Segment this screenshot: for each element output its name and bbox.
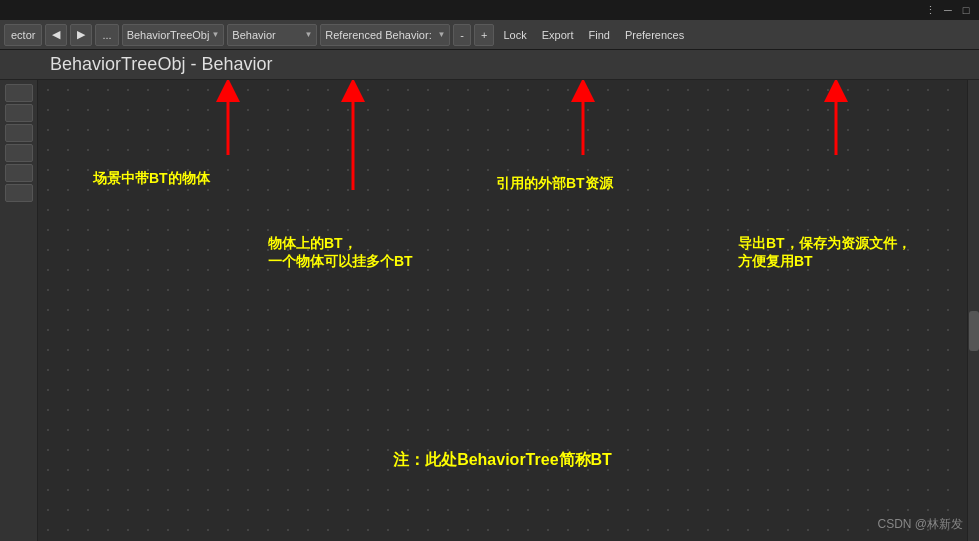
ellipsis-button[interactable]: ... <box>95 24 118 46</box>
right-scrollbar[interactable] <box>967 80 979 541</box>
more-icon[interactable]: ⋮ <box>923 3 937 17</box>
scene-objects-annotation: 场景中带BT的物体 <box>93 170 210 188</box>
object-dropdown-arrow: ▼ <box>211 30 219 39</box>
object-dropdown[interactable]: BehaviorTreeObj ▼ <box>122 24 225 46</box>
selector-button[interactable]: ector <box>4 24 42 46</box>
canvas-area[interactable]: 场景中带BT的物体 物体上的BT， 一个物体可以挂多个BT 引用的外部BT资源 <box>38 80 967 541</box>
watermark: CSDN @林新发 <box>877 516 963 533</box>
referenced-dropdown[interactable]: Referenced Behavior: ▼ <box>320 24 450 46</box>
lock-button[interactable]: Lock <box>497 24 532 46</box>
preferences-button[interactable]: Preferences <box>619 24 690 46</box>
next-button[interactable]: ▶ <box>70 24 92 46</box>
export-arrow <box>821 80 851 160</box>
bt-on-object-annotation: 物体上的BT， 一个物体可以挂多个BT <box>268 235 413 271</box>
right-scroll-thumb[interactable] <box>969 311 979 351</box>
behavior-dropdown[interactable]: Behavior ▼ <box>227 24 317 46</box>
external-bt-annotation: 引用的外部BT资源 <box>496 175 613 193</box>
sidebar-item[interactable] <box>5 144 33 162</box>
sidebar-item[interactable] <box>5 124 33 142</box>
export-bt-annotation: 导出BT，保存为资源文件， 方便复用BT <box>738 235 911 271</box>
behavior-arrow <box>338 80 368 195</box>
page-title-bar: BehaviorTreeObj - Behavior <box>0 50 979 80</box>
maximize-icon[interactable]: □ <box>959 3 973 17</box>
sidebar-item[interactable] <box>5 104 33 122</box>
sidebar-items <box>0 84 37 202</box>
left-sidebar <box>0 80 38 541</box>
page-title: BehaviorTreeObj - Behavior <box>50 54 272 75</box>
sidebar-item[interactable] <box>5 184 33 202</box>
sidebar-item[interactable] <box>5 164 33 182</box>
export-button[interactable]: Export <box>536 24 580 46</box>
referenced-dropdown-arrow: ▼ <box>437 30 445 39</box>
toolbar: ector ◀ ▶ ... BehaviorTreeObj ▼ Behavior… <box>0 20 979 50</box>
center-note: 注：此处BehaviorTree简称BT <box>393 450 612 471</box>
find-button[interactable]: Find <box>582 24 615 46</box>
prev-button[interactable]: ◀ <box>45 24 67 46</box>
scene-objects-arrow <box>213 80 243 160</box>
plus-button[interactable]: + <box>474 24 494 46</box>
title-bar: ⋮ ─ □ <box>0 0 979 20</box>
external-bt-arrow <box>568 80 598 160</box>
minimize-icon[interactable]: ─ <box>941 3 955 17</box>
minus-button[interactable]: - <box>453 24 471 46</box>
behavior-dropdown-arrow: ▼ <box>304 30 312 39</box>
sidebar-item[interactable] <box>5 84 33 102</box>
content-area: 场景中带BT的物体 物体上的BT， 一个物体可以挂多个BT 引用的外部BT资源 <box>0 80 979 541</box>
